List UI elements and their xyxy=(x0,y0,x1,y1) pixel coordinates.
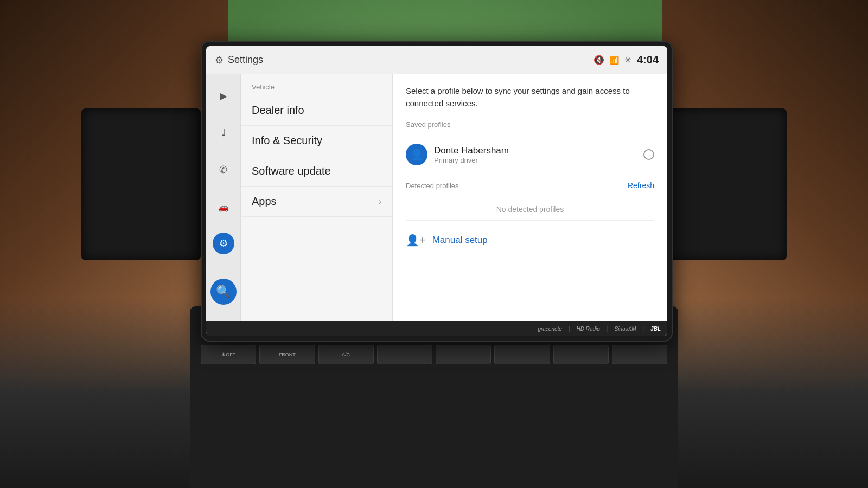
sidebar-item-phone[interactable]: ✆ xyxy=(213,159,234,181)
settings-menu: Vehicle Dealer info Info & Security Soft… xyxy=(241,74,393,321)
vent-left xyxy=(81,108,201,260)
manual-setup-button[interactable]: Manual setup xyxy=(432,235,488,246)
page-title: Settings xyxy=(228,54,263,66)
chevron-right-icon: › xyxy=(379,197,381,207)
separator-2: | xyxy=(607,326,608,332)
sidebar-item-navigation[interactable]: ▶ xyxy=(213,85,234,107)
front-button[interactable]: FRONT xyxy=(259,345,315,364)
hd-radio-logo: HD Radio xyxy=(577,326,600,332)
sidebar: ▶ ♩ ✆ 🚗 ⚙ 🔍 xyxy=(206,74,241,321)
profile-info: Donte Habersham Primary driver xyxy=(434,145,637,164)
refresh-button[interactable]: Refresh xyxy=(628,181,654,190)
vehicle-icon: 🚗 xyxy=(218,202,229,212)
separator-3: | xyxy=(642,326,644,332)
dealer-info-label: Dealer info xyxy=(252,104,304,117)
snowflake-icon: ❄ xyxy=(221,352,226,357)
navigation-icon: ▶ xyxy=(220,90,227,102)
separator-1: | xyxy=(569,326,570,332)
search-icon: 🔍 xyxy=(216,285,231,299)
sidebar-item-vehicle[interactable]: 🚗 xyxy=(213,196,234,217)
profile-role: Primary driver xyxy=(434,156,637,164)
menu-item-software-update[interactable]: Software update xyxy=(241,156,392,187)
saved-profiles-label: Saved profiles xyxy=(406,120,654,129)
right-panel: Select a profile below to sync your sett… xyxy=(393,74,667,321)
ctrl-btn-6[interactable] xyxy=(494,345,550,364)
no-detected-text: No detected profiles xyxy=(406,198,654,221)
clock: 4:04 xyxy=(637,54,659,66)
detected-profiles-label: Detected profiles xyxy=(406,182,459,190)
avatar: 👤 xyxy=(406,144,427,165)
title-section: ⚙ Settings xyxy=(215,54,593,66)
vent-right xyxy=(667,108,787,260)
sidebar-item-settings[interactable]: ⚙ xyxy=(213,233,234,254)
detected-section: Detected profiles Refresh xyxy=(406,181,654,190)
add-person-icon: 👤+ xyxy=(406,234,426,247)
info-security-label: Info & Security xyxy=(252,134,322,147)
status-bar: 🔇 📶 ✳ 4:04 xyxy=(593,54,659,66)
person-icon: 👤 xyxy=(410,148,424,161)
menu-item-dealer-info[interactable]: Dealer info xyxy=(241,95,392,126)
phone-icon: ✆ xyxy=(219,164,227,176)
snow-off-button[interactable]: ❄ OFF xyxy=(201,345,256,364)
panel-description: Select a profile below to sync your sett… xyxy=(406,85,654,110)
ctrl-btn-4[interactable] xyxy=(377,345,432,364)
ac-button[interactable]: A/C xyxy=(318,345,374,364)
profile-name: Donte Habersham xyxy=(434,145,637,156)
gracenote-logo: gracenote xyxy=(538,326,561,332)
screen: ⚙ Settings 🔇 📶 ✳ 4:04 ▶ ♩ ✆ xyxy=(206,46,667,336)
search-button[interactable]: 🔍 xyxy=(210,279,237,305)
control-button-grid: ❄ OFF FRONT A/C xyxy=(201,345,667,364)
main-content: ▶ ♩ ✆ 🚗 ⚙ 🔍 Vehicle xyxy=(206,74,667,321)
profile-radio[interactable] xyxy=(643,149,654,160)
mute-icon: 🔇 xyxy=(593,55,604,65)
menu-section-label: Vehicle xyxy=(241,83,392,95)
ctrl-btn-5[interactable] xyxy=(436,345,491,364)
settings-gear-icon: ⚙ xyxy=(215,54,224,66)
profile-row[interactable]: 👤 Donte Habersham Primary driver xyxy=(406,137,654,172)
music-icon: ♩ xyxy=(221,127,226,139)
screen-bezel: ⚙ Settings 🔇 📶 ✳ 4:04 ▶ ♩ ✆ xyxy=(201,41,673,342)
jbl-logo: JBL xyxy=(650,326,661,332)
menu-item-apps[interactable]: Apps › xyxy=(241,187,392,217)
siriusxm-logo: SiriusXM xyxy=(614,326,636,332)
ctrl-btn-7[interactable] xyxy=(553,345,609,364)
apps-label: Apps xyxy=(252,195,277,208)
sidebar-item-music[interactable]: ♩ xyxy=(213,122,234,144)
manual-setup-row[interactable]: 👤+ Manual setup xyxy=(406,229,654,247)
bluetooth-icon: ✳ xyxy=(624,55,631,65)
menu-item-info-security[interactable]: Info & Security xyxy=(241,126,392,156)
software-update-label: Software update xyxy=(252,165,331,177)
ctrl-btn-8[interactable] xyxy=(612,345,667,364)
signal-icon: 📶 xyxy=(610,56,619,65)
top-bar: ⚙ Settings 🔇 📶 ✳ 4:04 xyxy=(206,46,667,74)
brand-bar: gracenote | HD Radio | SiriusXM | JBL xyxy=(206,321,667,336)
settings-icon: ⚙ xyxy=(219,237,228,249)
